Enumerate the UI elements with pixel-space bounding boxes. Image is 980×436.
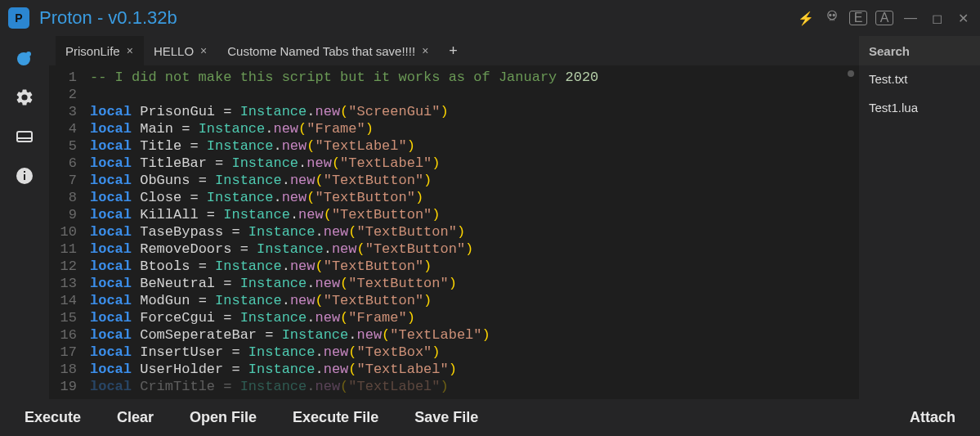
svg-point-2 bbox=[833, 14, 835, 16]
e-box-icon[interactable]: E bbox=[849, 11, 867, 25]
clear-button[interactable]: Clear bbox=[102, 404, 168, 431]
sidebar-home-icon[interactable] bbox=[14, 47, 35, 69]
code-editor[interactable]: 12345678910111213141516171819 -- I did n… bbox=[49, 65, 859, 399]
execute-button[interactable]: Execute bbox=[10, 404, 96, 431]
code-area[interactable]: -- I did not make this script but it wor… bbox=[85, 65, 859, 399]
sidebar-settings-icon[interactable] bbox=[14, 87, 35, 108]
tab-label: PrisonLife bbox=[65, 44, 120, 58]
bottombar: Execute Clear Open File Execute File Sav… bbox=[0, 399, 980, 436]
app-logo: P bbox=[8, 7, 29, 29]
svg-point-4 bbox=[26, 52, 31, 56]
tab-label: Custome Named Tabs that save!!!! bbox=[227, 44, 415, 58]
close-window-icon[interactable]: ✕ bbox=[954, 11, 972, 26]
tab-1[interactable]: HELLO× bbox=[144, 36, 217, 65]
app-title: Proton - v0.1.32b bbox=[39, 7, 177, 29]
search-item-1[interactable]: Test1.lua bbox=[869, 101, 970, 115]
tab-0[interactable]: PrisonLife× bbox=[56, 36, 144, 65]
execute-file-button[interactable]: Execute File bbox=[278, 404, 393, 431]
minimize-icon[interactable]: — bbox=[902, 11, 920, 25]
svg-rect-9 bbox=[24, 171, 25, 173]
search-item-0[interactable]: Test.txt bbox=[869, 72, 970, 86]
maximize-icon[interactable]: ◻ bbox=[928, 11, 946, 26]
svg-rect-8 bbox=[24, 174, 25, 180]
save-file-button[interactable]: Save File bbox=[400, 404, 493, 431]
svg-rect-5 bbox=[17, 132, 32, 142]
tab-close-icon[interactable]: × bbox=[422, 44, 428, 57]
a-box-icon[interactable]: A bbox=[875, 11, 893, 25]
attach-button[interactable]: Attach bbox=[895, 404, 970, 431]
line-gutter: 12345678910111213141516171819 bbox=[49, 65, 85, 399]
add-tab-button[interactable]: + bbox=[439, 36, 468, 65]
tab-label: HELLO bbox=[154, 44, 194, 58]
svg-point-1 bbox=[830, 14, 831, 16]
search-header: Search bbox=[859, 36, 980, 65]
sidebar-panel-icon[interactable] bbox=[14, 126, 35, 147]
tab-close-icon[interactable]: × bbox=[127, 44, 133, 57]
titlebar: P Proton - v0.1.32b ⚡ E A — ◻ ✕ bbox=[0, 0, 980, 36]
titlebar-icons: ⚡ E A — ◻ ✕ bbox=[797, 9, 972, 27]
sidebar-info-icon[interactable] bbox=[14, 165, 35, 187]
tab-2[interactable]: Custome Named Tabs that save!!!!× bbox=[217, 36, 439, 65]
scrollbar-thumb[interactable] bbox=[848, 70, 854, 77]
sidebar bbox=[0, 36, 49, 399]
tab-close-icon[interactable]: × bbox=[200, 44, 207, 57]
open-file-button[interactable]: Open File bbox=[175, 404, 271, 431]
tabbar: PrisonLife×HELLO×Custome Named Tabs that… bbox=[49, 36, 859, 65]
search-panel: Search Test.txtTest1.lua bbox=[859, 36, 980, 399]
bolt-icon[interactable]: ⚡ bbox=[797, 11, 815, 26]
skull-icon[interactable] bbox=[823, 9, 841, 27]
